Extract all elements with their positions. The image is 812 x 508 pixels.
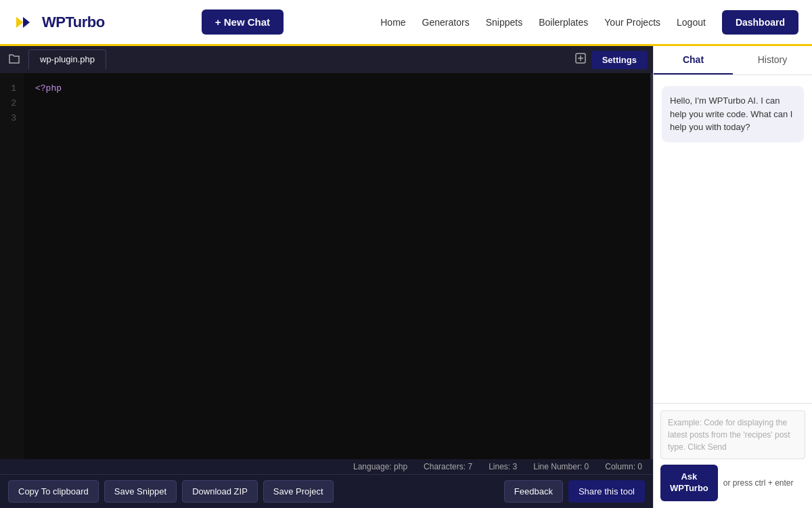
nav-your-projects[interactable]: Your Projects bbox=[604, 17, 660, 28]
tab-chat[interactable]: Chat bbox=[654, 46, 733, 75]
copy-to-clipboard-button[interactable]: Copy To clipboard bbox=[8, 480, 99, 503]
chat-input-area: Example: Code for displaying the latest … bbox=[654, 403, 812, 508]
nav-boilerplates[interactable]: Boilerplates bbox=[539, 17, 588, 28]
right-panel: Chat History Hello, I'm WPTurbo AI. I ca… bbox=[653, 46, 812, 508]
code-php-tag: <?php bbox=[35, 83, 62, 93]
nav-snippets[interactable]: Snippets bbox=[486, 17, 522, 28]
header: WPTurbo + New Chat Home Generators Snipp… bbox=[0, 0, 812, 46]
chat-bubble-welcome: Hello, I'm WPTurbo AI. I can help you wr… bbox=[662, 86, 804, 142]
nav-home[interactable]: Home bbox=[380, 17, 405, 28]
logo-text: WPTurbo bbox=[42, 14, 105, 31]
chat-placeholder[interactable]: Example: Code for displaying the latest … bbox=[660, 410, 805, 459]
main-content: wp-plugin.php Settings 1 2 3 <?php bbox=[0, 46, 812, 508]
status-line-number: Line Number: 0 bbox=[533, 462, 589, 471]
code-editor: 1 2 3 <?php bbox=[0, 73, 653, 459]
status-lines: Lines: 3 bbox=[489, 462, 517, 471]
tabs-bar: wp-plugin.php Settings bbox=[0, 46, 653, 73]
editor-area: wp-plugin.php Settings 1 2 3 <?php bbox=[0, 46, 653, 508]
folder-icon[interactable] bbox=[5, 49, 23, 70]
ask-btn-row: AskWPTurbo or press ctrl + enter bbox=[660, 465, 805, 501]
save-project-button[interactable]: Save Project bbox=[263, 480, 334, 503]
feedback-button[interactable]: Feedback bbox=[504, 480, 563, 503]
add-tab-button[interactable] bbox=[570, 50, 591, 70]
svg-marker-0 bbox=[16, 17, 23, 28]
line-number-2: 2 bbox=[8, 96, 16, 111]
ask-wpturbo-button[interactable]: AskWPTurbo bbox=[660, 465, 718, 501]
tab-history[interactable]: History bbox=[733, 46, 812, 75]
share-tool-button[interactable]: Share this tool bbox=[568, 480, 645, 503]
status-column: Column: 0 bbox=[605, 462, 642, 471]
status-characters: Characters: 7 bbox=[424, 462, 472, 471]
svg-marker-1 bbox=[23, 17, 30, 28]
settings-button[interactable]: Settings bbox=[591, 51, 648, 69]
nav-generators[interactable]: Generators bbox=[422, 17, 470, 28]
download-zip-button[interactable]: Download ZIP bbox=[182, 480, 258, 503]
line-number-3: 3 bbox=[8, 111, 16, 126]
status-bar: Language: php Characters: 7 Lines: 3 Lin… bbox=[0, 459, 653, 474]
press-hint: or press ctrl + enter bbox=[723, 478, 794, 488]
logo-area: WPTurbo bbox=[14, 12, 105, 33]
new-chat-button[interactable]: + New Chat bbox=[202, 9, 284, 35]
save-snippet-button[interactable]: Save Snippet bbox=[104, 480, 177, 503]
nav-logout[interactable]: Logout bbox=[677, 17, 706, 28]
editor-tab[interactable]: wp-plugin.php bbox=[28, 49, 106, 70]
panel-tabs: Chat History bbox=[654, 46, 812, 75]
dashboard-button[interactable]: Dashboard bbox=[722, 10, 798, 35]
status-language: Language: php bbox=[353, 462, 407, 471]
wpturbo-logo-icon bbox=[14, 12, 35, 33]
bottom-toolbar: Copy To clipboard Save Snippet Download … bbox=[0, 474, 653, 508]
chat-messages: Hello, I'm WPTurbo AI. I can help you wr… bbox=[654, 75, 812, 403]
code-content[interactable]: <?php bbox=[24, 73, 650, 459]
line-number-1: 1 bbox=[8, 81, 16, 96]
line-numbers: 1 2 3 bbox=[0, 73, 24, 459]
main-nav: Home Generators Snippets Boilerplates Yo… bbox=[380, 10, 798, 35]
